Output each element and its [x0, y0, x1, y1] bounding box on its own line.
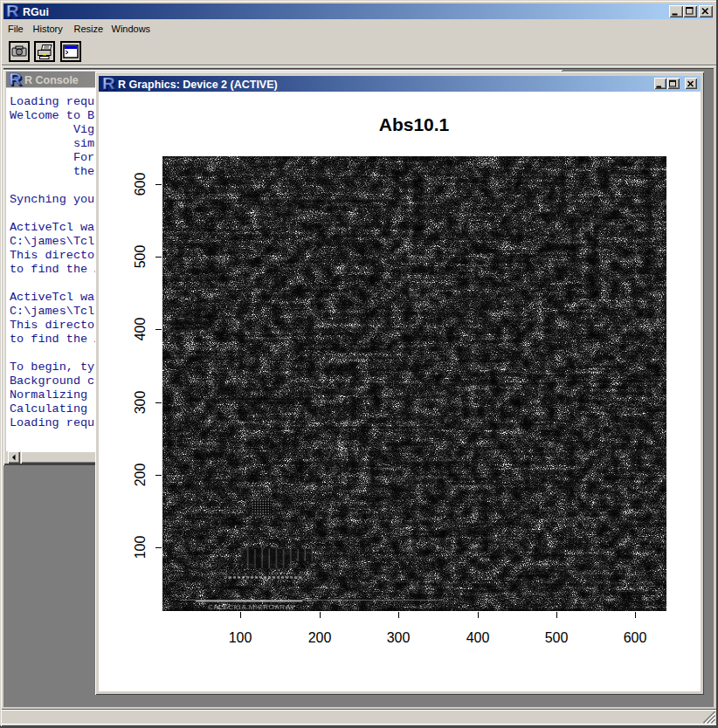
- svg-text:CALECKIA MICROARAY: CALECKIA MICROARAY: [208, 603, 295, 611]
- svg-text:R: R: [102, 76, 115, 92]
- svg-text:R: R: [6, 3, 19, 19]
- svg-text:R: R: [9, 72, 22, 87]
